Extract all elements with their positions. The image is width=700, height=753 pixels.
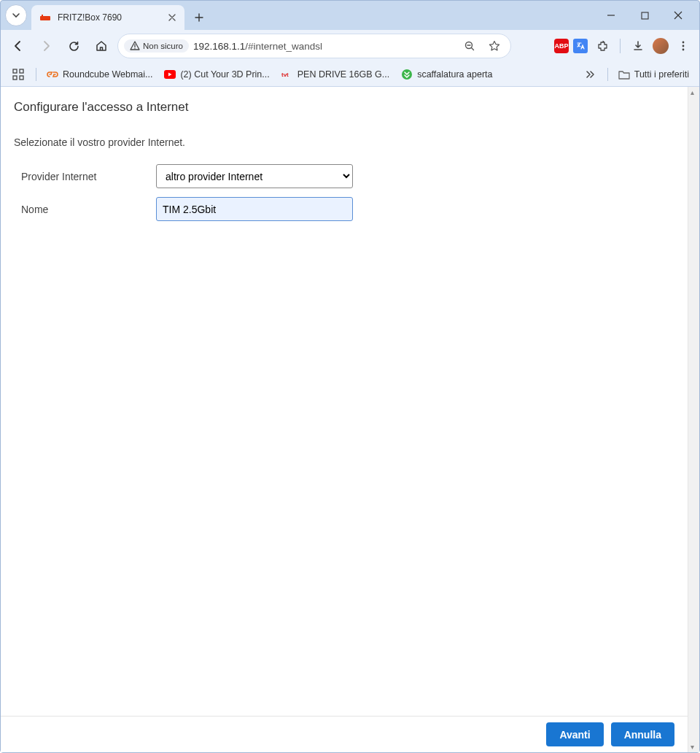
cancel-button[interactable]: Annulla: [611, 722, 674, 746]
star-icon: [489, 40, 500, 52]
bookmark-label: (2) Cut Your 3D Prin...: [180, 69, 269, 80]
bookmark-item[interactable]: Roundcube Webmai...: [44, 66, 155, 82]
titlebar: FRITZ!Box 7690: [1, 1, 699, 30]
cpanel-icon: [47, 69, 58, 80]
reload-icon: [68, 40, 80, 53]
window-controls: [594, 4, 695, 27]
provider-select[interactable]: altro provider Internet: [156, 164, 353, 188]
security-label: Non sicuro: [143, 42, 183, 50]
downloads-button[interactable]: [628, 36, 648, 56]
fritz-favicon-icon: [40, 12, 52, 23]
bookmark-item[interactable]: (2) Cut Your 3D Prin...: [161, 66, 272, 82]
nav-toolbar: Non sicuro 192.168.1.1/#internet_wandsl …: [1, 30, 699, 62]
close-window-button[interactable]: [661, 4, 695, 27]
close-icon: [168, 14, 176, 21]
svg-rect-9: [13, 76, 17, 80]
svg-rect-10: [20, 76, 23, 80]
next-button[interactable]: Avanti: [546, 722, 603, 746]
adblock-icon[interactable]: ABP: [554, 39, 569, 53]
svg-point-4: [682, 42, 685, 44]
new-tab-button[interactable]: [189, 7, 209, 28]
folder-icon: [618, 69, 630, 80]
chevron-double-right-icon: [585, 69, 595, 80]
close-icon: [674, 11, 682, 20]
zoom-icon: [464, 40, 475, 52]
puzzle-icon: [596, 40, 609, 53]
bookmarks-overflow-button[interactable]: [580, 64, 600, 85]
svg-rect-8: [20, 69, 23, 73]
home-icon: [95, 39, 108, 53]
page-title: Configurare l'accesso a Internet: [14, 100, 674, 115]
home-button[interactable]: [90, 34, 113, 58]
minimize-button[interactable]: [594, 4, 628, 27]
warning-icon: [130, 41, 140, 51]
browser-menu-button[interactable]: [673, 36, 693, 56]
arrow-left-icon: [12, 39, 25, 53]
reload-button[interactable]: [62, 34, 85, 58]
dots-vertical-icon: [677, 40, 689, 52]
svg-point-5: [682, 45, 685, 47]
bookmark-star-button[interactable]: [484, 36, 505, 56]
back-button[interactable]: [7, 34, 30, 58]
page-footer: Avanti Annulla: [1, 716, 688, 752]
tab-close-button[interactable]: [168, 14, 176, 21]
plus-icon: [195, 13, 203, 22]
maximize-button[interactable]: [628, 4, 661, 27]
svg-text:tvt: tvt: [281, 72, 289, 78]
all-bookmarks-label: Tutti i preferiti: [634, 69, 689, 80]
divider: [607, 68, 608, 81]
extensions-button[interactable]: [592, 36, 612, 56]
url-text: 192.168.1.1/#internet_wandsl: [193, 41, 455, 52]
name-label: Nome: [14, 204, 156, 215]
youtube-icon: [164, 69, 176, 80]
tab-search-button[interactable]: [5, 4, 27, 26]
translate-icon[interactable]: [573, 39, 588, 53]
svg-rect-1: [42, 15, 43, 17]
divider: [620, 39, 621, 53]
pendrive-icon: tvt: [281, 69, 293, 80]
minimize-icon: [607, 11, 615, 20]
provider-label: Provider Internet: [14, 171, 156, 182]
name-row: Nome: [14, 197, 674, 221]
all-bookmarks-button[interactable]: Tutti i preferiti: [615, 66, 692, 82]
download-icon: [632, 40, 644, 52]
bookmark-item[interactable]: tvt PEN DRIVE 16GB G...: [279, 66, 392, 82]
apps-grid-icon: [12, 69, 24, 80]
name-input[interactable]: [156, 197, 353, 221]
bookmark-label: scaffalatura aperta: [417, 69, 492, 80]
apps-button[interactable]: [8, 64, 28, 85]
tab-title: FRITZ!Box 7690: [58, 12, 163, 23]
instruction-text: Selezionate il vostro provider Internet.: [14, 136, 674, 148]
security-indicator[interactable]: Non sicuro: [124, 39, 189, 53]
forward-button[interactable]: [34, 34, 58, 58]
divider: [36, 68, 36, 81]
svg-point-6: [682, 49, 685, 51]
bookmark-label: Roundcube Webmai...: [63, 69, 152, 80]
page-body: Configurare l'accesso a Internet Selezio…: [1, 87, 688, 716]
arrow-right-icon: [39, 39, 52, 53]
profile-avatar[interactable]: [653, 38, 669, 54]
maximize-icon: [641, 12, 649, 20]
bookmarks-bar: Roundcube Webmai... (2) Cut Your 3D Prin…: [1, 62, 699, 87]
browser-window: FRITZ!Box 7690: [0, 0, 700, 753]
provider-row: Provider Internet altro provider Interne…: [14, 164, 674, 188]
svg-rect-2: [642, 12, 648, 19]
chevron-down-icon: [12, 11, 20, 20]
shelf-icon: [401, 69, 413, 80]
zoom-button[interactable]: [459, 36, 480, 56]
bookmark-label: PEN DRIVE 16GB G...: [298, 69, 389, 80]
content-area: Configurare l'accesso a Internet Selezio…: [1, 87, 699, 752]
browser-tab[interactable]: FRITZ!Box 7690: [31, 5, 184, 30]
bookmark-item[interactable]: scaffalatura aperta: [398, 66, 495, 82]
address-bar[interactable]: Non sicuro 192.168.1.1/#internet_wandsl: [117, 34, 511, 58]
vertical-scrollbar[interactable]: [688, 87, 699, 752]
svg-rect-7: [13, 69, 17, 73]
